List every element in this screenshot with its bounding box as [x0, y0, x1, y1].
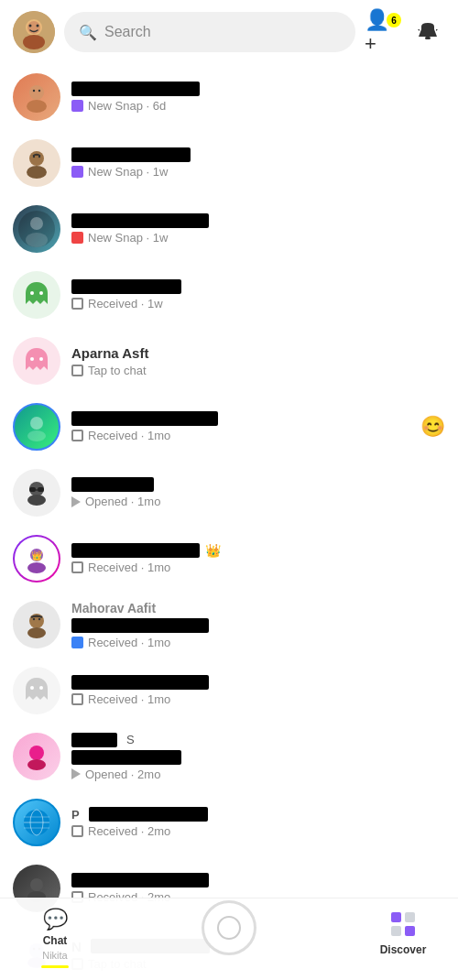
user-avatar[interactable]: [13, 11, 55, 53]
snap-icon: [71, 365, 83, 376]
chat-item[interactable]: Received · 1w: [0, 262, 458, 328]
chat-name-redacted2: [71, 750, 181, 765]
svg-text:👑: 👑: [31, 550, 43, 561]
chat-item[interactable]: Aparna Asft Tap to chat: [0, 328, 458, 394]
chat-name-row: [71, 873, 445, 887]
svg-point-7: [29, 85, 44, 100]
svg-rect-55: [405, 926, 415, 936]
chat-name-row: [71, 477, 445, 492]
chat-name-row: [71, 213, 445, 228]
svg-point-36: [30, 686, 34, 690]
chat-info: Opened · 1mo: [71, 477, 445, 508]
chat-status-row: Tap to chat: [71, 364, 445, 377]
chat-info: Mahorav Aafit Received · 1mo: [71, 601, 445, 649]
chat-item[interactable]: Mahorav Aafit Received · 1mo: [0, 592, 458, 658]
chat-info: New Snap · 6d: [71, 82, 445, 113]
snap-icon: [71, 430, 83, 441]
add-friend-button[interactable]: 👤+ 6: [365, 15, 399, 49]
chat-name-redacted: [71, 675, 209, 690]
svg-rect-6: [425, 37, 431, 39]
snap-icon: [71, 232, 83, 244]
svg-point-17: [26, 233, 48, 247]
status-text: Tap to chat: [88, 364, 147, 377]
chat-item[interactable]: P Received · 2mo: [0, 789, 458, 855]
discover-nav-item[interactable]: Discover: [376, 908, 431, 956]
chat-name-row: [71, 411, 420, 426]
svg-point-37: [39, 686, 43, 690]
chat-info: P Received · 2mo: [71, 807, 445, 838]
chat-name-row: Aparna Asft: [71, 345, 445, 361]
chat-item[interactable]: S Opened · 2mo: [0, 724, 458, 789]
chat-item[interactable]: Opened · 1mo: [0, 460, 458, 526]
chat-name-row: [71, 279, 445, 294]
chat-nav-label: Chat: [43, 934, 68, 947]
status-text: Received · 1mo: [88, 636, 170, 649]
status-text: Opened · 1mo: [85, 495, 160, 508]
chat-nav-icon: 💬: [43, 908, 68, 931]
chat-status-row: Received · 1mo: [71, 429, 420, 442]
chat-name-redacted: [71, 147, 191, 162]
chat-item[interactable]: Received · 1mo: [0, 658, 458, 724]
chat-item[interactable]: New Snap · 1w: [0, 130, 458, 196]
svg-point-19: [39, 291, 43, 295]
chat-icon: [71, 637, 83, 648]
chat-item[interactable]: New Snap · 1w: [0, 196, 458, 262]
svg-point-16: [30, 217, 43, 230]
chat-name-row: 👑: [71, 543, 445, 558]
snap-icon: [71, 561, 83, 573]
svg-point-30: [27, 562, 46, 573]
header: 🔍 Search 👤+ 6: [0, 0, 458, 64]
notification-button[interactable]: [410, 15, 445, 49]
chat-name-redacted: [71, 543, 200, 558]
status-text: New Snap · 6d: [88, 99, 166, 113]
chat-avatar: [13, 403, 60, 451]
chat-info: New Snap · 1w: [71, 147, 445, 179]
chat-name-redacted: [71, 873, 209, 887]
chat-item[interactable]: Received · 1mo 😊: [0, 394, 458, 460]
chat-name-redacted: [71, 411, 218, 426]
snap-icon: [71, 298, 83, 310]
chat-avatar: [13, 205, 60, 253]
svg-point-34: [38, 618, 40, 620]
chat-nav-item[interactable]: 💬 Chat Nikita: [27, 908, 82, 968]
chat-avatar: [13, 469, 60, 517]
svg-rect-26: [38, 487, 44, 492]
chat-name-redacted: [71, 82, 200, 96]
chat-name-row: [71, 675, 445, 690]
friend-emoji: 😊: [420, 415, 445, 439]
chat-item[interactable]: 👑 👑 Received · 1mo: [0, 526, 458, 592]
svg-point-33: [33, 618, 35, 620]
chat-avatar: 👑: [13, 535, 60, 583]
svg-point-5: [23, 35, 45, 49]
chat-item[interactable]: New Snap · 6d: [0, 64, 458, 130]
friend-request-badge: 6: [387, 13, 401, 27]
svg-point-8: [33, 90, 35, 92]
chat-avatar: [13, 733, 60, 780]
svg-point-9: [38, 90, 40, 92]
svg-point-14: [27, 166, 47, 179]
chat-status-row: New Snap · 1w: [71, 231, 445, 245]
search-placeholder: Search: [104, 24, 151, 40]
svg-point-3: [29, 25, 32, 27]
discover-nav-label: Discover: [380, 943, 427, 956]
opened-icon: [71, 768, 81, 779]
chat-info: 👑 Received · 1mo: [71, 543, 445, 574]
snap-icon: [71, 166, 83, 178]
camera-button[interactable]: [202, 900, 256, 955]
snap-icon: [71, 825, 83, 837]
chat-nav-sublabel: Nikita: [42, 950, 68, 961]
chat-name-row2: [71, 618, 445, 633]
svg-point-22: [30, 417, 43, 430]
discover-icon: [387, 908, 420, 941]
chat-name-redacted: [71, 618, 209, 633]
chat-info: Received · 1mo: [71, 675, 445, 706]
chat-avatar: [13, 73, 60, 121]
status-text: New Snap · 1w: [88, 231, 168, 245]
chat-avatar: [13, 799, 60, 846]
svg-rect-27: [36, 489, 38, 491]
chat-name-redacted: [71, 213, 209, 228]
chat-name-row: [71, 147, 445, 162]
opened-icon: [71, 496, 81, 507]
search-bar[interactable]: 🔍 Search: [64, 12, 355, 52]
chat-status-row: Received · 1w: [71, 297, 445, 310]
